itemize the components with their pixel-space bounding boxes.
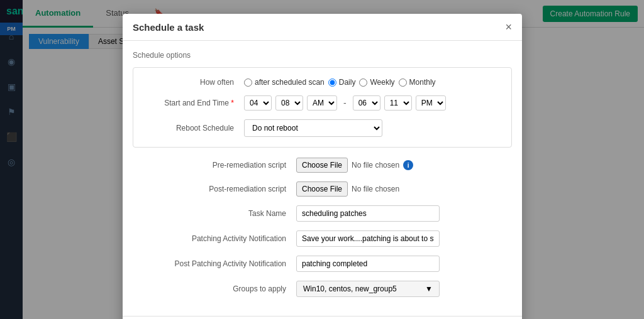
- end-minute-select[interactable]: 110030: [384, 95, 412, 111]
- modal-title: Schedule a task: [133, 22, 204, 33]
- start-minute-select[interactable]: 080030: [275, 95, 303, 111]
- groups-value: Win10, centos, new_group5: [303, 284, 397, 293]
- how-often-row: How often after scheduled scan Daily Wee…: [143, 78, 501, 87]
- radio-weekly-input[interactable]: [359, 78, 367, 87]
- patching-activity-input[interactable]: [296, 230, 440, 247]
- post-remediation-label: Post-remediation script: [133, 185, 296, 193]
- groups-label: Groups to apply: [133, 284, 296, 293]
- start-period-select[interactable]: AMPM: [307, 95, 337, 111]
- patching-activity-row: Patching Activity Notification: [133, 230, 512, 247]
- end-hour-select[interactable]: 0607: [353, 95, 380, 111]
- section-options-label: Schedule options: [133, 51, 512, 60]
- modal-body: Schedule options How often after schedul…: [123, 41, 522, 316]
- groups-control: Win10, centos, new_group5 ▼: [296, 281, 440, 297]
- pre-remediation-label: Pre-remediation script: [133, 161, 296, 170]
- post-remediation-control: Choose File No file chosen: [296, 181, 399, 197]
- radio-after-scan[interactable]: after scheduled scan: [244, 78, 325, 87]
- end-period-select[interactable]: PMAM: [416, 95, 446, 111]
- reboot-schedule-select[interactable]: Do not reboot Reboot immediately Reboot …: [244, 119, 382, 137]
- radio-monthly-input[interactable]: [399, 78, 407, 87]
- start-hour-select[interactable]: 040506: [244, 95, 272, 111]
- radio-daily[interactable]: Daily: [328, 78, 356, 87]
- time-separator: -: [343, 98, 347, 108]
- patching-activity-label: Patching Activity Notification: [133, 234, 296, 243]
- task-name-control: [296, 205, 440, 222]
- post-remediation-row: Post-remediation script Choose File No f…: [133, 181, 512, 197]
- task-name-label: Task Name: [133, 209, 296, 218]
- schedule-task-modal: Schedule a task × Schedule options How o…: [123, 14, 522, 319]
- radio-weekly[interactable]: Weekly: [359, 78, 394, 87]
- schedule-options-box: How often after scheduled scan Daily Wee…: [133, 67, 512, 148]
- post-patching-input[interactable]: [296, 256, 440, 272]
- post-remediation-choose-button[interactable]: Choose File: [296, 181, 348, 197]
- how-often-controls: after scheduled scan Daily Weekly Monthl…: [244, 78, 436, 87]
- radio-monthly[interactable]: Monthly: [399, 78, 436, 87]
- post-patching-row: Post Patching Activity Notification: [133, 256, 512, 272]
- groups-row: Groups to apply Win10, centos, new_group…: [133, 281, 512, 297]
- task-name-row: Task Name: [133, 205, 512, 222]
- modal-close-button[interactable]: ×: [505, 21, 512, 33]
- groups-dropdown-button[interactable]: Win10, centos, new_group5 ▼: [296, 281, 440, 297]
- start-end-time-controls: 040506 080030 AMPM - 0607 110030: [244, 95, 446, 111]
- reboot-schedule-row: Reboot Schedule Do not reboot Reboot imm…: [143, 119, 501, 137]
- pre-remediation-info-icon[interactable]: i: [403, 160, 413, 170]
- post-remediation-no-file: No file chosen: [352, 185, 399, 193]
- start-end-time-label: Start and End Time: [143, 99, 244, 107]
- post-patching-label: Post Patching Activity Notification: [133, 259, 296, 268]
- radio-after-scan-input[interactable]: [244, 78, 252, 87]
- how-often-label: How often: [143, 78, 244, 87]
- task-name-input[interactable]: [296, 205, 440, 222]
- start-end-time-row: Start and End Time 040506 080030 AMPM - …: [143, 95, 501, 111]
- radio-monthly-label: Monthly: [409, 78, 436, 87]
- modal-footer: Create Automation Rule Back Cancel: [123, 316, 522, 319]
- patching-activity-control: [296, 230, 440, 247]
- modal-header: Schedule a task ×: [123, 14, 522, 41]
- radio-weekly-label: Weekly: [370, 78, 394, 87]
- pre-remediation-no-file: No file chosen: [352, 161, 399, 170]
- radio-daily-label: Daily: [339, 78, 356, 87]
- chevron-down-icon: ▼: [425, 284, 433, 293]
- reboot-schedule-controls: Do not reboot Reboot immediately Reboot …: [244, 119, 382, 137]
- pre-remediation-row: Pre-remediation script Choose File No fi…: [133, 158, 512, 173]
- radio-after-scan-label: after scheduled scan: [255, 78, 325, 87]
- fields-section: Pre-remediation script Choose File No fi…: [133, 158, 512, 297]
- post-patching-control: [296, 256, 440, 272]
- pre-remediation-choose-button[interactable]: Choose File: [296, 158, 348, 173]
- radio-daily-input[interactable]: [328, 78, 336, 87]
- pre-remediation-control: Choose File No file chosen i: [296, 158, 413, 173]
- reboot-schedule-label: Reboot Schedule: [143, 124, 244, 132]
